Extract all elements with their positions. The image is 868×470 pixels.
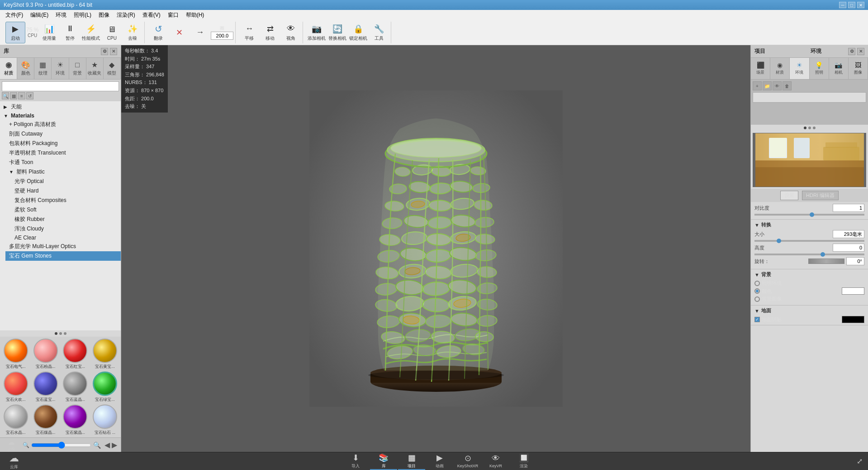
tree-item-optical[interactable]: 光学 Optical [11, 177, 121, 186]
env-list-item[interactable]: ☀ 环境 [753, 92, 866, 103]
grid-view-icon[interactable]: ▦ [10, 92, 17, 99]
bg-lighting-env-radio[interactable] [754, 281, 760, 286]
tree-item-packaging[interactable]: 包装材料 Packaging [5, 139, 121, 148]
tree-item-soft[interactable]: 柔软 Soft [11, 205, 121, 215]
menu-edit[interactable]: 编辑(E) [27, 10, 52, 20]
speed-input[interactable] [211, 32, 233, 40]
env-delete-button[interactable]: 🗑 [783, 81, 792, 90]
library-close-button[interactable]: ✕ [110, 48, 117, 55]
contrast-input[interactable] [833, 204, 864, 212]
right-tab-camera[interactable]: 📷 相机 [829, 58, 849, 79]
tree-item-materials[interactable]: ▼ Materials [0, 112, 121, 120]
tree-item-plastic[interactable]: ▼ 塑料 Plastic [5, 167, 121, 177]
tree-item-cloudy[interactable]: 浑浊 Cloudy [11, 224, 121, 234]
viewport-canvas[interactable] [121, 45, 750, 452]
tree-item-gemstones[interactable]: 宝石 Gem Stones [5, 251, 121, 261]
nav-import[interactable]: ⬇ 导入 [342, 453, 369, 470]
nav-render[interactable]: 🔲 渲染 [510, 453, 537, 470]
tree-item-toon[interactable]: 卡通 Toon [5, 158, 121, 167]
zoom-slider[interactable] [31, 442, 91, 449]
arrow-button[interactable]: → [190, 22, 210, 43]
tree-item-polligon[interactable]: + Polligon 高清材质 [5, 120, 121, 129]
gem-yellow[interactable]: 宝石黄宝... [91, 338, 119, 370]
gem-red[interactable]: 宝石红宝... [62, 338, 90, 370]
tab-environment[interactable]: ☀ 环境 [52, 58, 69, 79]
usage-button[interactable]: 📊 使用量 [39, 22, 59, 43]
tree-item-cutaway[interactable]: 剖面 Cutaway [5, 129, 121, 139]
menu-view[interactable]: 查看(V) [139, 10, 164, 20]
start-button[interactable]: ▶ 启动 [5, 22, 25, 43]
tree-item-rubber[interactable]: 橡胶 Rubber [11, 215, 121, 224]
height-input[interactable] [833, 244, 864, 252]
nav-library[interactable]: 📚 库 [370, 453, 397, 470]
gem-purple[interactable]: 宝石紫晶... [62, 404, 90, 436]
menu-window[interactable]: 窗口 [164, 10, 182, 20]
nav-keyvr[interactable]: 👁 KeyVR [482, 453, 509, 470]
gem-silver[interactable]: 宝石水晶... [2, 404, 30, 436]
tree-item-translucent[interactable]: 半透明材质 Translucent [5, 148, 121, 158]
nav-keyshotxr[interactable]: ⊙ KeyShotXR [454, 453, 481, 470]
minimize-button[interactable]: ─ [839, 2, 846, 8]
translate-button[interactable]: ↔ 平移 [239, 22, 259, 43]
gem-green[interactable]: 宝石绿宝... [91, 371, 119, 403]
menu-help[interactable]: 帮助(H) [182, 10, 208, 20]
tab-favorites[interactable]: ★ 收藏夹 [86, 58, 104, 79]
ground-shadow-checkbox[interactable]: ✓ [754, 317, 760, 322]
nav-project[interactable]: ▦ 项目 [398, 453, 425, 470]
tab-materials[interactable]: ◉ 材质 [0, 58, 17, 79]
maximize-button[interactable]: □ [848, 2, 855, 8]
height-slider[interactable] [754, 254, 864, 255]
close-button[interactable]: ✕ [857, 2, 864, 8]
ground-shadow-color[interactable] [842, 316, 864, 323]
right-tab-image[interactable]: 🖼 图像 [849, 58, 868, 79]
rotate-track[interactable] [808, 258, 844, 264]
nav-back-button[interactable]: ◀ [104, 441, 110, 449]
tree-item-multilayer[interactable]: 多层光学 Multi-Layer Optics [5, 242, 121, 251]
refresh-icon[interactable]: ↺ [26, 92, 33, 99]
gem-brown[interactable]: 宝石煤晶... [32, 404, 60, 436]
gem-electric[interactable]: 宝石电气... [2, 338, 30, 370]
tab-textures[interactable]: ▦ 纹理 [34, 58, 52, 79]
lock-camera-button[interactable]: 🔒 锁定相机 [348, 22, 368, 43]
settings-tab-settings[interactable]: 设置 [780, 191, 798, 200]
tab-background[interactable]: □ 背景 [69, 58, 86, 79]
menu-image[interactable]: 图像 [95, 10, 113, 20]
right-tab-scene[interactable]: ⬛ 场景 [751, 58, 770, 79]
gem-diamond[interactable]: 宝石钻石 ... [91, 404, 119, 436]
right-panel-close-btn[interactable]: ✕ [857, 48, 864, 55]
menu-file[interactable]: 文件(F) [2, 10, 27, 20]
env-visibility-icon[interactable]: 👁 [773, 81, 782, 90]
gem-fire[interactable]: 宝石火欢... [2, 371, 30, 403]
bg-image-radio[interactable] [754, 296, 760, 302]
tools-button[interactable]: 🔧 工具 [369, 22, 389, 43]
tree-item-clear[interactable]: AE Clear [11, 234, 121, 242]
sync-button[interactable]: ↺ 翻录 [148, 22, 168, 43]
menu-environment[interactable]: 环境 [52, 10, 70, 20]
bg-color-swatch[interactable] [842, 287, 864, 295]
cloud-button[interactable]: ☁ 云库 [5, 452, 23, 470]
settings-tab-hdri[interactable]: HDRI 编辑器 [802, 191, 839, 200]
rotate-input[interactable] [846, 257, 864, 265]
fullscreen-button[interactable]: ⤢ [857, 457, 863, 465]
nav-forward-button[interactable]: ▶ [112, 441, 117, 449]
pause-button[interactable]: ⏸ 暂停 [60, 22, 80, 43]
add-camera-button[interactable]: 📷 添加相机 [307, 22, 327, 43]
gem-blue[interactable]: 宝石蓝宝... [32, 371, 60, 403]
right-panel-settings-btn[interactable]: ⚙ [848, 48, 855, 55]
menu-lighting[interactable]: 照明(L) [70, 10, 95, 20]
denoise-button[interactable]: ✨ 去噪 [123, 22, 142, 43]
tree-item-tianneng[interactable]: ▶ 天能 [0, 102, 121, 112]
height-slider-thumb[interactable] [821, 252, 825, 257]
tree-item-composites[interactable]: 复合材料 Composites [11, 196, 121, 205]
cpu-button2[interactable]: 🖥 CPU [102, 22, 122, 43]
rotate-button[interactable]: ⇄ 移动 [260, 22, 280, 43]
contrast-slider-thumb[interactable] [810, 212, 814, 217]
view-button[interactable]: 👁 视角 [281, 22, 301, 43]
right-tab-material[interactable]: ◉ 材质 [770, 58, 790, 79]
cloud-library-button[interactable]: ☁ 云库 [4, 438, 19, 452]
right-tab-environment[interactable]: ☀ 环境 [790, 58, 809, 79]
tree-item-hard[interactable]: 坚硬 Hard [11, 186, 121, 196]
gem-pink[interactable]: 宝石粉晶... [32, 338, 60, 370]
right-tab-lighting[interactable]: 💡 照明 [810, 58, 829, 79]
viewport[interactable]: 每秒帧数： 3.4 时间： 27m 35s 采样量： 347 三角形： 296,… [121, 45, 750, 452]
